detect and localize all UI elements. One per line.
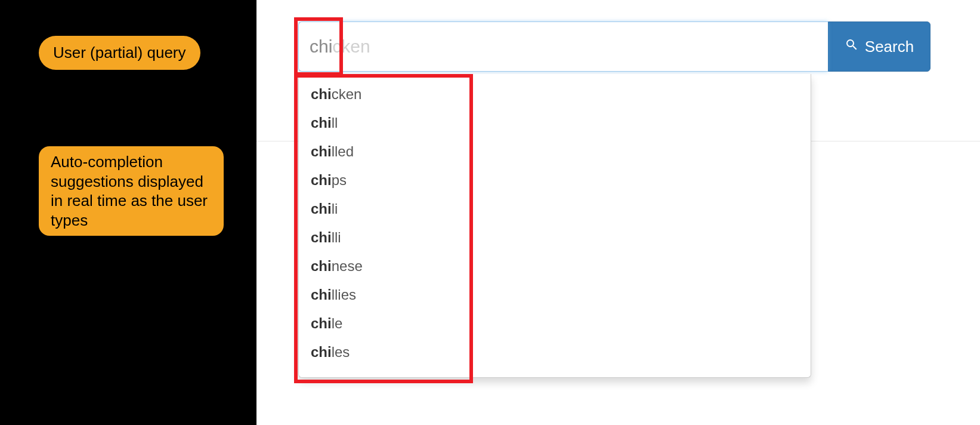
suggestion-item[interactable]: chilli: [299, 223, 811, 252]
search-button[interactable]: Search: [828, 21, 930, 72]
annotation-sidebar: User (partial) query Auto-completion sug…: [0, 0, 256, 425]
suggestion-item[interactable]: chilled: [299, 137, 811, 166]
suggestion-dropdown: chickenchillchilledchipschilichillichine…: [298, 74, 811, 378]
suggestion-item[interactable]: chile: [299, 309, 811, 338]
search-bar: chicken chi Search: [298, 21, 930, 72]
callout-suggestions: Auto-completion suggestions displayed in…: [39, 146, 224, 236]
suggestion-item[interactable]: chips: [299, 166, 811, 195]
search-icon: [845, 38, 859, 56]
search-ui: chicken chi Search chickenchillchilledch…: [256, 0, 980, 425]
suggestion-item[interactable]: chiles: [299, 338, 811, 367]
suggestion-item[interactable]: chill: [299, 109, 811, 137]
search-input-container[interactable]: chicken chi: [298, 21, 828, 72]
suggestion-item[interactable]: chinese: [299, 252, 811, 281]
diagram-stage: User (partial) query Auto-completion sug…: [0, 0, 980, 425]
suggestion-item[interactable]: chicken: [299, 80, 811, 109]
suggestion-item[interactable]: chillies: [299, 281, 811, 309]
search-input[interactable]: [299, 22, 828, 71]
suggestion-item[interactable]: chili: [299, 195, 811, 223]
callout-query: User (partial) query: [39, 36, 200, 70]
search-button-label: Search: [865, 38, 914, 56]
